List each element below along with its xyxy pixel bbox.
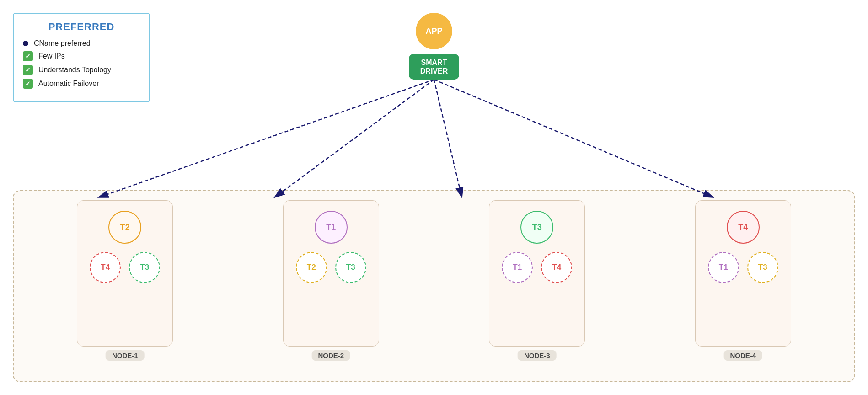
node1-secondary-t4: T4 — [90, 252, 121, 283]
arrow-to-node2 — [274, 80, 434, 198]
app-label: APP — [425, 27, 442, 36]
legend-item-topology: ✓ Understands Topology — [23, 65, 140, 75]
node4-secondary-t3: T3 — [747, 252, 778, 283]
nodes-container: T2 T4 T3 NODE-1 T1 T2 T3 NODE-2 — [13, 190, 855, 382]
smart-driver-node: SMARTDRIVER — [409, 54, 459, 80]
legend-item-fewips: ✓ Few IPs — [23, 51, 140, 61]
node2-primary-label: T1 — [326, 223, 336, 232]
node-1-card: T2 T4 T3 NODE-1 — [77, 200, 173, 347]
node4-secondary-row: T1 T3 — [708, 252, 778, 283]
node-2-card: T1 T2 T3 NODE-2 — [283, 200, 379, 347]
node3-secondary-row: T1 T4 — [502, 252, 572, 283]
arrow-to-node4 — [434, 80, 713, 198]
app-node: APP — [416, 13, 452, 49]
node3-sec2-label: T4 — [552, 263, 561, 272]
node2-sec2-label: T3 — [346, 263, 355, 272]
node1-primary-label: T2 — [120, 223, 130, 232]
node1-sec1-label: T4 — [101, 263, 110, 272]
node4-sec1-label: T1 — [719, 263, 728, 272]
legend-fewips-label: Few IPs — [38, 52, 65, 60]
node1-secondary-row: T4 T3 — [90, 252, 160, 283]
node4-primary-token: T4 — [727, 211, 760, 244]
node2-secondary-t3: T3 — [335, 252, 366, 283]
node2-sec1-label: T2 — [307, 263, 316, 272]
node4-sec2-label: T3 — [758, 263, 767, 272]
node3-primary-token: T3 — [520, 211, 553, 244]
legend-item-failover: ✓ Automatic Failover — [23, 79, 140, 89]
legend-topology-label: Understands Topology — [38, 66, 111, 74]
legend-title: PREFERRED — [23, 21, 140, 33]
smart-driver-label: SMARTDRIVER — [420, 58, 448, 75]
dot-icon — [23, 41, 28, 46]
node3-secondary-t4: T4 — [541, 252, 572, 283]
node1-sec2-label: T3 — [140, 263, 149, 272]
node3-sec1-label: T1 — [513, 263, 522, 272]
node1-primary-token: T2 — [108, 211, 141, 244]
node4-primary-label: T4 — [738, 223, 748, 232]
legend-item-cname: CName preferred — [23, 39, 140, 48]
node-3-card: T3 T1 T4 NODE-3 — [489, 200, 585, 347]
node1-secondary-t3: T3 — [129, 252, 160, 283]
legend-failover-label: Automatic Failover — [38, 80, 99, 88]
node2-label: NODE-2 — [311, 350, 350, 361]
legend-cname-label: CName preferred — [34, 39, 91, 48]
arrow-to-node3 — [434, 80, 462, 198]
node3-label: NODE-3 — [518, 350, 557, 361]
node3-secondary-t1: T1 — [502, 252, 533, 283]
node2-secondary-row: T2 T3 — [296, 252, 366, 283]
node4-secondary-t1: T1 — [708, 252, 739, 283]
node2-primary-token: T1 — [315, 211, 348, 244]
node4-label: NODE-4 — [723, 350, 762, 361]
node1-label: NODE-1 — [106, 350, 145, 361]
check-icon-topology: ✓ — [23, 65, 33, 75]
node2-secondary-t2: T2 — [296, 252, 327, 283]
check-icon-failover: ✓ — [23, 79, 33, 89]
node-4-card: T4 T1 T3 NODE-4 — [695, 200, 791, 347]
node3-primary-label: T3 — [532, 223, 542, 232]
legend-box: PREFERRED CName preferred ✓ Few IPs ✓ Un… — [13, 13, 150, 102]
check-icon-fewips: ✓ — [23, 51, 33, 61]
